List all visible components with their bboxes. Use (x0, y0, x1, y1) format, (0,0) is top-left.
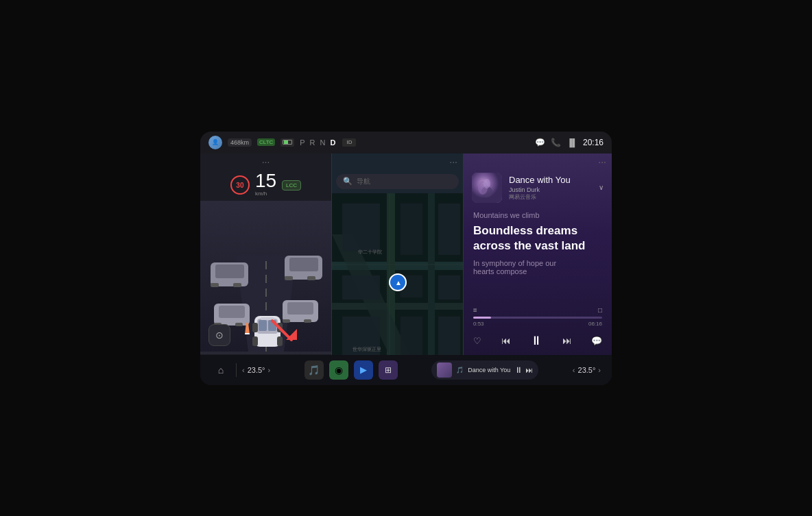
svg-rect-29 (252, 336, 258, 346)
lcc-badge: LCC (282, 180, 301, 191)
lyric-next: In symphony of hope ourhearts compose (473, 259, 602, 275)
car-display: 👤 468km CLTC P R N D ID 💬 📞 ▐▌ 20:16 ·· (200, 132, 612, 385)
svg-point-58 (483, 179, 490, 188)
lyric-current: Boundless dreamsacross the vast land (473, 223, 602, 254)
svg-rect-38 (428, 193, 435, 355)
progress-bar-fill (473, 317, 491, 319)
svg-rect-5 (211, 283, 219, 287)
apple-icon: 🎵 (308, 365, 320, 376)
taskbar-divider-1 (236, 363, 237, 377)
phone-icon: 📞 (551, 138, 561, 147)
avatar: 👤 (208, 136, 222, 149)
prev-button[interactable]: ⏮ (501, 335, 511, 346)
svg-rect-30 (277, 336, 283, 346)
app-icon-grid[interactable]: ⊞ (379, 360, 398, 380)
svg-rect-10 (235, 323, 243, 326)
speed-unit: km/h (255, 191, 276, 197)
current-speed: 15 (255, 171, 276, 191)
map-search-icon: 🔍 (343, 177, 353, 186)
map-search-bar[interactable]: 🔍 导航 (336, 174, 459, 189)
music-panel-header: ··· (464, 153, 612, 170)
temp-increase-right[interactable]: › (598, 366, 601, 374)
adas-panel-header: ··· (200, 153, 331, 170)
temp-decrease-right[interactable]: ‹ (573, 366, 575, 374)
progress-current: 0:53 (473, 321, 484, 327)
play-pause-button[interactable]: ⏸ (530, 334, 542, 348)
chat-icon: 💬 (535, 138, 545, 147)
current-speed-group: 15 km/h (255, 171, 276, 199)
map-area: ▲ 华二十学院 世华深驱正里 (332, 193, 463, 355)
speed-limit-sign: 30 (230, 175, 250, 195)
temp-control-right[interactable]: ‹ 23.5° › (573, 366, 601, 374)
temp-control-left[interactable]: ‹ 23.5° › (242, 366, 270, 374)
taskbar-right: ‹ 23.5° › (573, 366, 601, 374)
comment-button[interactable]: 💬 (591, 336, 602, 346)
svg-rect-17 (283, 319, 290, 323)
app-icon-apple[interactable]: 🎵 (304, 360, 324, 380)
svg-rect-25 (259, 320, 267, 331)
svg-rect-16 (287, 302, 313, 315)
svg-rect-41 (401, 204, 422, 255)
signal-icon: ▐▌ (566, 138, 577, 147)
like-button[interactable]: ♡ (473, 336, 481, 346)
road-scene: ⊙ (200, 201, 331, 354)
temp-value-right: 23.5° (578, 366, 596, 374)
status-left: 👤 468km CLTC P R N D ID (208, 136, 356, 149)
time-display: 20:16 (583, 138, 604, 147)
app-icon-green[interactable]: ◉ (329, 360, 348, 380)
music-dropdown-icon[interactable]: ∨ (599, 184, 604, 191)
cltc-badge: CLTC (257, 138, 275, 146)
taskbar-album-art (437, 363, 452, 378)
taskbar-left: ⌂ ‹ 23.5° › (211, 360, 270, 380)
album-art-svg (472, 173, 502, 203)
music-title-area: Dance with You Justin Durk 网易云音乐 (509, 175, 592, 201)
playlist-icon[interactable]: ≡ (473, 306, 477, 314)
song-source: 网易云音乐 (509, 193, 592, 201)
temp-value-left: 23.5° (248, 366, 265, 374)
song-title: Dance with You (509, 175, 592, 185)
playback-controls: ♡ ⏮ ⏸ ⏭ 💬 (464, 331, 612, 355)
map-panel-header: ··· (332, 153, 463, 170)
svg-marker-20 (245, 333, 250, 334)
map-svg: ▲ 华二十学院 世华深驱正里 (332, 193, 463, 355)
home-icon: ⌂ (218, 365, 224, 376)
svg-rect-12 (289, 258, 318, 271)
taskbar-music-player[interactable]: 🎵 Dance with You ⏸ ⏭ (431, 360, 538, 380)
lyric-previous: Mountains we climb (473, 211, 602, 219)
map-panel: ··· 🔍 导航 (332, 153, 464, 355)
adas-button[interactable]: ⊙ (208, 324, 230, 346)
map-search-placeholder: 导航 (357, 177, 370, 186)
svg-rect-45 (438, 275, 460, 299)
home-button[interactable]: ⌂ (211, 360, 230, 380)
svg-rect-43 (342, 275, 380, 299)
svg-rect-18 (304, 319, 311, 323)
svg-rect-4 (215, 265, 244, 278)
status-right: 💬 📞 ▐▌ 20:16 (535, 138, 604, 147)
svg-text:▲: ▲ (395, 279, 402, 286)
speed-display: 30 15 km/h LCC (200, 170, 331, 201)
svg-rect-13 (285, 276, 293, 280)
zoom-icon: ▶ (360, 365, 367, 375)
next-button[interactable]: ⏭ (562, 335, 572, 346)
taskbar-play-pause[interactable]: ⏸ (514, 365, 523, 375)
progress-total: 06:16 (588, 321, 602, 327)
svg-rect-14 (307, 276, 315, 280)
temp-decrease-left[interactable]: ‹ (242, 366, 245, 374)
lyrics-icon[interactable]: □ (598, 306, 602, 314)
map-menu-dots[interactable]: ··· (449, 156, 457, 167)
svg-rect-47 (401, 317, 422, 355)
app-icon-zoom[interactable]: ▶ (354, 360, 373, 380)
music-panel: ··· (464, 153, 612, 355)
main-content: ··· 30 15 km/h LCC (200, 153, 612, 355)
song-artist: Justin Durk (509, 186, 592, 193)
adas-panel: ··· 30 15 km/h LCC (200, 153, 332, 355)
svg-text:华二十学院: 华二十学院 (358, 249, 382, 254)
svg-rect-36 (332, 303, 463, 310)
progress-bar[interactable] (473, 317, 602, 319)
svg-rect-49 (332, 264, 463, 265)
temp-increase-left[interactable]: › (267, 366, 270, 374)
adas-menu-dots[interactable]: ··· (262, 156, 270, 167)
taskbar: ⌂ ‹ 23.5° › 🎵 ◉ ▶ ⊞ (200, 355, 612, 385)
taskbar-next[interactable]: ⏭ (525, 366, 533, 374)
music-menu-dots[interactable]: ··· (598, 156, 606, 167)
